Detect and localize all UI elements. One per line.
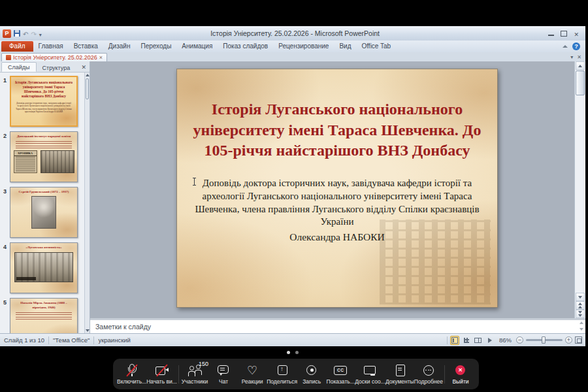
leave-meeting-button[interactable]: Выйти: [446, 359, 475, 389]
close-icon[interactable]: [574, 27, 579, 39]
tab-animations[interactable]: Анимация: [176, 41, 218, 52]
panel-scrollbar[interactable]: [84, 73, 90, 333]
save-icon[interactable]: [14, 30, 20, 37]
text-line: [16, 141, 72, 142]
zoom-slider-thumb[interactable]: [542, 336, 546, 344]
document-tab-close-icon[interactable]: [99, 54, 103, 61]
tab-home[interactable]: Главная: [33, 41, 69, 52]
tab-office-tab[interactable]: Office Tab: [356, 41, 396, 52]
zoom-percentage[interactable]: 86%: [497, 336, 514, 344]
text-cursor: [194, 178, 195, 186]
panel-close-icon[interactable]: [81, 64, 90, 72]
tab-bar-close-icon[interactable]: [577, 50, 581, 61]
thumbnail-list: 1 Історія Луганського національного унів…: [0, 73, 85, 333]
share-screen-button[interactable]: Поделиться: [267, 359, 297, 389]
scrollbar-thumb[interactable]: [576, 71, 585, 95]
slide-body-text[interactable]: Доповідь доктора історичних наук, завіду…: [177, 177, 497, 229]
scroll-up-icon[interactable]: [86, 74, 90, 76]
slide-counter: Слайд 1 из 10: [0, 336, 48, 344]
language-indicator[interactable]: украинский: [94, 336, 135, 344]
window-controls: [548, 27, 585, 39]
reading-view-icon[interactable]: [474, 336, 483, 345]
document-tab-bar: Історія Уніерситету. 25.02.2026: [0, 52, 585, 62]
text-line: [16, 148, 72, 148]
leave-icon: [453, 364, 468, 377]
slide-4-thumbnail[interactable]: «Луганська античність»: [10, 242, 78, 293]
slide-5-thumbnail[interactable]: Наталія Мірза-Авакянц (1888 – вірогідно,…: [10, 298, 78, 333]
captions-icon: CC: [333, 364, 348, 377]
unmute-button[interactable]: Включить...: [117, 359, 146, 389]
more-icon: [421, 364, 436, 377]
toolbar-divider: [178, 365, 179, 384]
toolbar-page-indicator: [287, 351, 299, 354]
scroll-down-icon[interactable]: [86, 329, 90, 332]
slide-2-thumbnail[interactable]: Донецький інститут народної освіти ХРОНИ…: [10, 131, 78, 182]
tab-slideshow[interactable]: Показ слайдов: [218, 41, 273, 52]
fit-slide-to-window-icon[interactable]: [575, 336, 582, 344]
document-tab[interactable]: Історія Уніерситету. 25.02.2026: [1, 53, 107, 61]
window-title: Історія Уніерситету. 25.02.2026 - Micros…: [42, 29, 549, 37]
photo-caption: [16, 277, 36, 280]
slide-number: 5: [0, 298, 10, 333]
ribbon-tab-bar: Файл Главная Вставка Дизайн Переходы Ани…: [0, 41, 585, 52]
tab-insert[interactable]: Вставка: [69, 41, 103, 52]
tab-file[interactable]: Файл: [1, 41, 33, 52]
tab-review[interactable]: Рецензирование: [273, 41, 334, 52]
slides-panel: Слайды Структура 1 Історія Луганського н…: [0, 61, 90, 333]
slide-number: 4: [0, 242, 10, 293]
slide-number: 2: [0, 131, 10, 182]
redo-icon[interactable]: [31, 27, 36, 39]
participants-icon: [187, 364, 203, 377]
record-button[interactable]: Запись: [297, 359, 326, 389]
slide-sorter-view-icon[interactable]: [462, 336, 471, 345]
next-slide-button[interactable]: [576, 310, 585, 318]
restore-icon[interactable]: [561, 31, 567, 37]
slideshow-view-icon[interactable]: [485, 336, 495, 345]
minimize-ribbon-icon[interactable]: [563, 45, 568, 48]
document-icon: [6, 55, 11, 60]
tab-slides[interactable]: Слайды: [1, 62, 37, 72]
tab-outline[interactable]: Структура: [37, 63, 76, 72]
page-indicator-dot: [287, 351, 290, 354]
chat-button[interactable]: Чат: [209, 359, 238, 389]
panel-tabs: Слайды Структура: [0, 61, 90, 73]
tab-design[interactable]: Дизайн: [103, 41, 136, 52]
building-photo: [14, 252, 73, 282]
start-video-button[interactable]: Начать ви...: [146, 359, 177, 389]
notes-pane[interactable]: Заметки к слайду: [90, 318, 585, 333]
slide-title-text[interactable]: Історія Луганського національного універ…: [177, 99, 497, 161]
slide-3-thumbnail[interactable]: Сергій Грушевський (1872 – 1937): [10, 187, 78, 238]
whiteboards-button[interactable]: Доски соо...: [355, 359, 385, 389]
notes-scroll-arrows[interactable]: [580, 321, 583, 331]
normal-view-icon[interactable]: [450, 336, 459, 345]
tab-transitions[interactable]: Переходы: [135, 41, 176, 52]
previous-slide-button[interactable]: [576, 301, 585, 310]
tab-view[interactable]: Вид: [334, 41, 356, 52]
zoom-slider[interactable]: [526, 339, 563, 341]
tab-list-dropdown-icon[interactable]: [570, 50, 573, 61]
scroll-down-button[interactable]: [576, 293, 585, 301]
slide-author-text[interactable]: Олександра НАБОКИ: [177, 231, 497, 243]
slide-number: 3: [0, 187, 10, 238]
thumbnail-row: 3 Сергій Грушевський (1872 – 1937): [0, 187, 85, 238]
participants-button[interactable]: 150 Участники: [180, 359, 209, 389]
scroll-up-button[interactable]: [576, 61, 585, 70]
documents-button[interactable]: Документы: [385, 359, 414, 389]
thumbnail-row: 4 «Луганська античність»: [0, 242, 85, 293]
more-button[interactable]: Подробнее: [414, 359, 443, 389]
undo-icon[interactable]: [23, 27, 28, 39]
camera-muted-icon: [154, 364, 170, 377]
slide-1-thumbnail[interactable]: Історія Луганського національного універ…: [10, 76, 78, 127]
vertical-scrollbar[interactable]: [574, 61, 585, 318]
zoom-in-icon[interactable]: [565, 336, 572, 344]
powerpoint-logo-icon[interactable]: [3, 29, 11, 38]
captions-button[interactable]: CC Показать...: [326, 359, 355, 389]
panel-scrollbar-thumb[interactable]: [86, 78, 89, 99]
zoom-out-icon[interactable]: [516, 336, 523, 344]
reactions-button[interactable]: Реакции: [238, 359, 267, 389]
theme-name[interactable]: "Тема Office": [49, 336, 93, 344]
minimize-icon[interactable]: [548, 35, 554, 36]
current-slide[interactable]: Історія Луганського національного універ…: [176, 69, 498, 308]
notes-placeholder[interactable]: Заметки к слайду: [90, 320, 585, 331]
thumbnail-row: 2 Донецький інститут народної освіти ХРО…: [0, 131, 85, 182]
